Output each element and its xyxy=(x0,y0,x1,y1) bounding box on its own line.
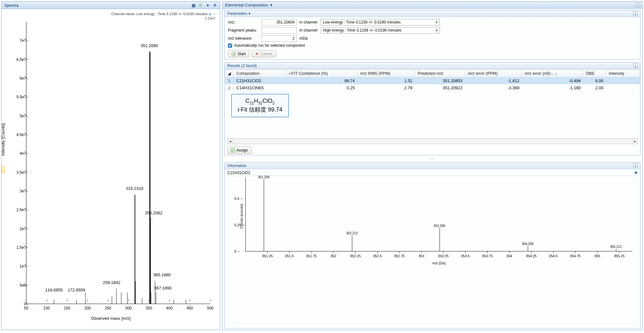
dropdown-icon[interactable]: ▾ xyxy=(249,11,251,16)
peak-label: 315.2318 xyxy=(126,186,143,191)
parameters-panel: Parameters ▾ ▴ m/z: in channel: Low ener… xyxy=(224,10,640,60)
peak-label: 259.1692 xyxy=(103,280,120,285)
move-icon[interactable]: ✥ xyxy=(634,171,638,175)
start-button[interactable]: Start xyxy=(228,50,249,57)
table-row[interactable]: 1 C21H31ClO2 99.74 1.51 351.20853 -1.412… xyxy=(225,77,640,84)
splitter-handle[interactable]: ▪▪▪▪▪ xyxy=(223,157,642,160)
peak-label: 118.0855 xyxy=(45,288,62,292)
spectra-header: Spectra ▦ ⎘ ▾ ✥ xyxy=(2,2,220,9)
col-dbe[interactable]: DBE xyxy=(583,70,606,77)
in-channel-label: in channel: xyxy=(299,28,318,33)
cancel-button[interactable]: ✕ Cancel xyxy=(252,50,276,57)
col-rms[interactable]: m/z RMS (PPM) xyxy=(357,70,415,77)
dropdown-icon[interactable]: ▾ xyxy=(205,3,210,8)
mz-input[interactable] xyxy=(261,19,297,25)
channel-low-select[interactable]: Low energy : Time 3.1158 +/- 0.0190 minu… xyxy=(321,19,440,25)
col-intensity[interactable]: Intensity xyxy=(606,70,640,77)
auto-run-label: Automatically run for selected component xyxy=(234,43,305,48)
y-axis-label: Intensity [Counts] xyxy=(1,123,5,155)
results-title: Results (2 found) xyxy=(227,64,257,68)
export-icon[interactable]: ⎘ xyxy=(198,3,203,8)
assign-button[interactable]: ✓ Assign xyxy=(227,147,251,154)
channel-high-select[interactable]: High energy : Time 3.1158 +/- 0.0190 min… xyxy=(321,27,440,34)
annotation-callout: C21H31ClO2 i-Fit 信頼度 99.74 xyxy=(231,94,289,117)
fragment-input[interactable] xyxy=(261,27,297,34)
check-icon: ✓ xyxy=(231,148,235,152)
parameters-title: Parameters xyxy=(227,11,247,16)
grid-icon[interactable]: ▦ xyxy=(191,3,196,8)
dropdown-icon[interactable]: ▾ xyxy=(270,3,272,7)
auto-run-checkbox[interactable] xyxy=(228,44,232,48)
in-channel-label: in channel: xyxy=(299,20,318,24)
x-icon: ✕ xyxy=(255,52,259,56)
table-header-row: ◢ Composition i-FIT Confidence (%) m/z R… xyxy=(225,70,640,77)
spectra-plot[interactable]: Channel name: Low energy : Time 3.1158 +… xyxy=(2,9,220,330)
elemental-title: Elemental Composition xyxy=(225,3,268,7)
collapse-icon[interactable]: ▴ xyxy=(633,11,638,16)
close-icon[interactable]: × xyxy=(213,12,215,16)
elemental-header: Elemental Composition ▾ ▴ xyxy=(223,2,642,9)
spectra-scale: 7.22e7 xyxy=(204,16,215,20)
results-hscroll[interactable]: ◂ ▸ xyxy=(227,138,638,144)
collapse-icon[interactable]: ▴ xyxy=(633,163,638,168)
col-predicted[interactable]: Predicted m/z xyxy=(415,70,465,77)
spectra-channel-label: Channel name: Low energy : Time 3.1158 +… xyxy=(111,12,215,21)
peak-label: 367.1890 xyxy=(154,286,171,290)
col-err-ppm[interactable]: m/z error (PPM) xyxy=(465,70,522,77)
tolerance-label: m/z tolerance: xyxy=(228,36,259,41)
peak-label: 353.2062 xyxy=(145,211,162,215)
table-row[interactable]: 2 C14H31ClN6S 0.25 2.79 351.20922 -3.369… xyxy=(225,84,640,92)
col-ifit[interactable]: i-FIT Confidence (%) xyxy=(287,70,357,77)
scroll-right-icon[interactable]: ▸ xyxy=(632,139,637,143)
mz-label: m/z: xyxy=(228,20,259,24)
pin-icon[interactable]: ◈ xyxy=(209,12,211,16)
y-slider-handle[interactable] xyxy=(2,166,5,173)
elemental-panel: Elemental Composition ▾ ▴ Parameters ▾ ▴… xyxy=(222,1,643,330)
results-table: ◢ Composition i-FIT Confidence (%) m/z R… xyxy=(225,69,640,92)
information-panel: Information ▴ C21H31ClO2 ✥ Counts [count… xyxy=(224,162,640,328)
play-icon xyxy=(232,52,236,56)
tolerance-unit: mDa xyxy=(299,36,308,41)
tolerance-input[interactable] xyxy=(261,35,297,42)
fragment-label: Fragment peaks: xyxy=(228,28,259,33)
peak-label: 351.2080 xyxy=(140,43,158,48)
info-compound: C21H31ClO2 xyxy=(227,171,250,175)
collapse-icon[interactable]: ▴ xyxy=(633,64,638,68)
col-composition[interactable]: Composition xyxy=(234,70,287,77)
scroll-left-icon[interactable]: ◂ xyxy=(228,139,233,143)
collapse-icon[interactable]: ▴ xyxy=(635,3,640,7)
information-title: Information xyxy=(227,163,247,168)
spectra-title: Spectra xyxy=(4,3,19,8)
move-icon[interactable]: ✥ xyxy=(212,3,217,8)
x-axis-label: Observed mass [m/z] xyxy=(91,316,131,321)
results-panel: Results (2 found) ▴ ◢ Composition i-FIT … xyxy=(224,62,640,155)
col-err-mda[interactable]: m/z error (mD... ↓ xyxy=(522,70,583,77)
spectra-panel: Spectra ▦ ⎘ ▾ ✥ Channel name: Low energy… xyxy=(1,1,220,330)
isotope-chart[interactable]: Counts [counts] m/z [Da] 0 0.25 0.5 351.… xyxy=(245,177,632,251)
peak-label: 172.9559 xyxy=(68,288,85,292)
peak-label: 365.1880 xyxy=(153,272,171,277)
info-x-label: m/z [Da] xyxy=(432,261,446,265)
